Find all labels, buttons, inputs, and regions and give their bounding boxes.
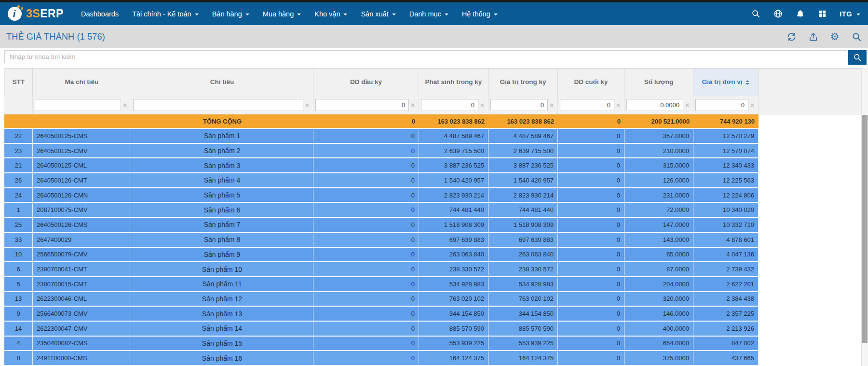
cell-dd_dau[interactable]: 0: [313, 144, 419, 158]
cell-code[interactable]: 2566400073-CMV: [33, 307, 131, 321]
column-header-sl[interactable]: Số lượng: [624, 68, 693, 96]
cell-code[interactable]: 2640500125-CMS: [33, 129, 131, 143]
cell-stt[interactable]: 5: [4, 277, 33, 291]
filter-input-ps[interactable]: [421, 99, 478, 111]
clear-filter-icon[interactable]: ×: [121, 102, 129, 109]
cell-ps[interactable]: 885 570 590: [419, 322, 488, 336]
cell-name[interactable]: Sản phẩm 4: [131, 173, 313, 187]
table-row[interactable]: 252640500126-CMSSản phẩm 701 518 908 309…: [4, 218, 759, 233]
cell-gtdv[interactable]: 2 739 432: [693, 262, 759, 276]
cell-stt[interactable]: 25: [4, 218, 33, 232]
nav-item-tai-chinh-ke-toan[interactable]: Tài chính - Kế toán: [125, 2, 205, 25]
cell-code[interactable]: 2622300047-CMV: [33, 322, 131, 336]
cell-ps[interactable]: 4 487 589 467: [419, 129, 488, 143]
cell-gtdv[interactable]: 2 213 926: [693, 322, 759, 336]
cell-gtdv[interactable]: 847 002: [693, 337, 759, 351]
clear-filter-icon[interactable]: ×: [548, 102, 556, 109]
column-header-code[interactable]: Mã chỉ tiêu: [33, 68, 131, 96]
column-header-stt[interactable]: STT: [4, 68, 33, 96]
cell-dd_dau[interactable]: 0: [313, 203, 419, 217]
cell-dd_cuoi[interactable]: 0: [558, 277, 624, 291]
cell-gt[interactable]: 1 518 908 309: [488, 218, 558, 232]
cell-dd_cuoi[interactable]: 0: [558, 322, 624, 336]
cell-dd_cuoi[interactable]: 0: [558, 173, 624, 187]
filter-input-sl[interactable]: [626, 99, 683, 111]
cell-dd_cuoi[interactable]: 0: [558, 248, 624, 262]
cell-stt[interactable]: 4: [4, 337, 33, 351]
nav-item-mua-hang[interactable]: Mua hàng: [256, 2, 308, 25]
table-row[interactable]: 42350400082-CMSSản phẩm 150553 939 22555…: [4, 337, 759, 352]
cell-ps[interactable]: 164 124 375: [419, 351, 488, 365]
cell-ps[interactable]: 1 518 908 309: [419, 218, 488, 232]
cell-gt[interactable]: 744 481 440: [488, 203, 558, 217]
search-icon[interactable]: [751, 9, 760, 19]
cell-gt[interactable]: 164 124 375: [488, 351, 558, 365]
cell-gtdv[interactable]: 12 570 074: [693, 144, 759, 158]
cell-sl[interactable]: 146.0000: [624, 307, 693, 321]
cell-gt[interactable]: 344 154 850: [488, 307, 558, 321]
nav-item-san-xuat[interactable]: Sản xuất: [354, 2, 402, 25]
cell-stt[interactable]: 33: [4, 233, 33, 247]
search-input[interactable]: [4, 50, 847, 63]
cell-gt[interactable]: 2 823 930 214: [488, 188, 558, 202]
filter-input-gtdv[interactable]: [695, 99, 748, 111]
scrollbar-thumb[interactable]: [862, 115, 868, 343]
cell-stt[interactable]: 6: [4, 262, 33, 276]
table-row[interactable]: 332647400029Sản phẩm 80697 639 883697 63…: [4, 233, 759, 248]
cell-gt[interactable]: 1 540 420 957: [488, 173, 558, 187]
cell-name[interactable]: Sản phẩm 10: [131, 262, 313, 276]
column-header-name[interactable]: Chỉ tiêu: [131, 68, 313, 96]
clear-filter-icon[interactable]: ×: [303, 102, 311, 109]
cell-code[interactable]: 2647400029: [33, 233, 131, 247]
table-row[interactable]: 232640500125-CMVSản phẩm 202 639 715 500…: [4, 144, 759, 159]
cell-name[interactable]: Sản phẩm 9: [131, 248, 313, 262]
filter-input-dd_cuoi[interactable]: [560, 99, 614, 111]
cell-gtdv[interactable]: 12 224 806: [693, 188, 759, 202]
cell-dd_dau[interactable]: 0: [313, 322, 419, 336]
cell-stt[interactable]: 10: [4, 248, 33, 262]
cell-code[interactable]: 2566500079-CMV: [33, 248, 131, 262]
cell-sl[interactable]: 320.0000: [624, 292, 693, 306]
cell-dd_cuoi[interactable]: 0: [558, 292, 624, 306]
cell-name[interactable]: Sản phẩm 13: [131, 307, 313, 321]
cell-name[interactable]: Sản phẩm 16: [131, 351, 313, 365]
cell-stt[interactable]: 14: [4, 322, 33, 336]
cell-dd_dau[interactable]: 0: [313, 351, 419, 365]
cell-dd_cuoi[interactable]: 0: [558, 337, 624, 351]
cell-code[interactable]: 2640500126-CMS: [33, 218, 131, 232]
vertical-scrollbar[interactable]: [861, 68, 868, 366]
cell-dd_cuoi[interactable]: 0: [558, 218, 624, 232]
cell-dd_cuoi[interactable]: 0: [558, 129, 624, 143]
search-icon[interactable]: [851, 31, 862, 42]
cell-dd_cuoi[interactable]: 0: [558, 233, 624, 247]
cell-ps[interactable]: 263 063 840: [419, 248, 488, 262]
cell-sl[interactable]: 375.0000: [624, 351, 693, 365]
cell-ps[interactable]: 744 481 440: [419, 203, 488, 217]
table-row[interactable]: 212640500125-CMLSản phẩm 303 887 236 525…: [4, 158, 759, 173]
cell-code[interactable]: 2640500126-CMT: [33, 173, 131, 187]
cell-gt[interactable]: 2 639 715 500: [488, 144, 558, 158]
nav-item-ban-hang[interactable]: Bán hàng: [205, 2, 256, 25]
clear-filter-icon[interactable]: ×: [614, 102, 622, 109]
column-header-gt[interactable]: Giá trị trong kỳ: [488, 68, 558, 96]
cell-sl[interactable]: 147.0000: [624, 218, 693, 232]
clear-filter-icon[interactable]: ×: [748, 102, 756, 109]
cell-gtdv[interactable]: 12 570 279: [693, 129, 759, 143]
cell-dd_cuoi[interactable]: 0: [558, 144, 624, 158]
filter-input-name[interactable]: [133, 99, 303, 111]
globe-icon[interactable]: [773, 9, 783, 19]
cell-gtdv[interactable]: 12 225 563: [693, 173, 759, 187]
clear-filter-icon[interactable]: ×: [683, 102, 691, 109]
cell-ps[interactable]: 553 939 225: [419, 337, 488, 351]
cell-sl[interactable]: 400.0000: [624, 322, 693, 336]
cell-dd_dau[interactable]: 0: [313, 248, 419, 262]
cell-ps[interactable]: 2 639 715 500: [419, 144, 488, 158]
table-row[interactable]: 82491100000-CMSSản phẩm 160164 124 37516…: [4, 351, 759, 366]
table-row[interactable]: 92566400073-CMVSản phẩm 130344 154 85034…: [4, 307, 759, 322]
cell-name[interactable]: Sản phẩm 3: [131, 158, 313, 172]
cell-ps[interactable]: 763 020 102: [419, 292, 488, 306]
cell-gtdv[interactable]: 12 340 433: [693, 158, 759, 172]
cell-stt[interactable]: 22: [4, 129, 33, 143]
search-button[interactable]: [848, 50, 867, 65]
refresh-icon[interactable]: [786, 31, 797, 42]
